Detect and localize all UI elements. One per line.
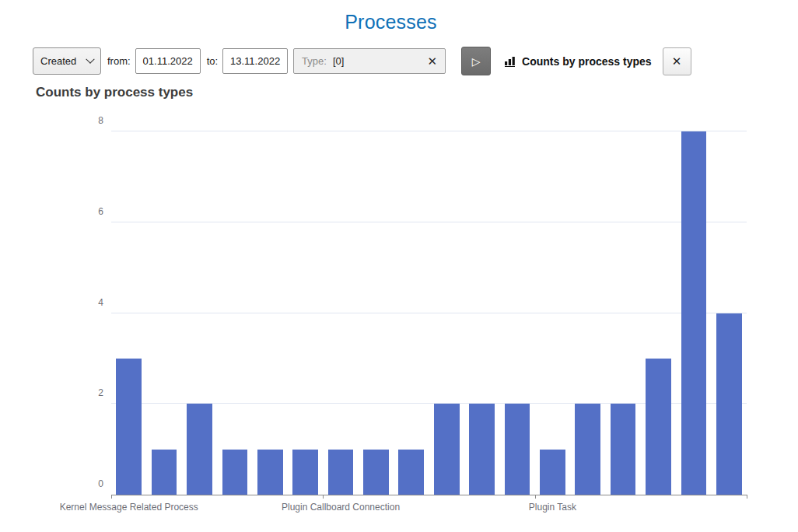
play-icon: ▷ bbox=[472, 55, 481, 68]
gridline bbox=[111, 222, 747, 222]
x-axis-tick-label: Kernel Message Related Process bbox=[60, 502, 198, 513]
to-date-input[interactable] bbox=[222, 48, 288, 74]
gridline bbox=[111, 313, 747, 313]
bar[interactable] bbox=[116, 359, 142, 495]
close-icon: ✕ bbox=[672, 54, 682, 68]
bar[interactable] bbox=[540, 450, 565, 495]
y-axis-tick-label: 6 bbox=[72, 206, 103, 217]
bar[interactable] bbox=[363, 450, 389, 495]
bar-chart-icon bbox=[505, 56, 517, 67]
x-axis-tick-label: Plugin Task bbox=[529, 502, 576, 513]
page-title: Processes bbox=[0, 11, 782, 33]
bar[interactable] bbox=[575, 404, 600, 495]
close-chart-button[interactable]: ✕ bbox=[663, 47, 691, 75]
x-axis-tick bbox=[747, 495, 747, 499]
toolbar: Created from: to: Type: [0] ✕ ▷ Counts b… bbox=[33, 47, 691, 75]
bar[interactable] bbox=[292, 450, 318, 495]
chevron-down-icon bbox=[86, 54, 94, 63]
x-axis-tick bbox=[323, 495, 324, 499]
created-dropdown[interactable]: Created bbox=[33, 47, 101, 75]
type-filter-label: Type: bbox=[302, 55, 327, 67]
bar[interactable] bbox=[716, 313, 742, 495]
bar[interactable] bbox=[469, 404, 495, 495]
bar[interactable] bbox=[328, 450, 354, 495]
gridline bbox=[111, 131, 747, 131]
x-axis-tick bbox=[535, 495, 536, 499]
selected-chart-label: Counts by process types bbox=[522, 55, 652, 68]
bar[interactable] bbox=[187, 404, 212, 495]
bar[interactable] bbox=[505, 404, 530, 495]
bar[interactable] bbox=[398, 450, 424, 495]
selected-chart: Counts by process types bbox=[505, 55, 652, 68]
type-filter-value: [0] bbox=[333, 55, 344, 67]
y-axis-tick-label: 2 bbox=[72, 387, 103, 398]
created-dropdown-value: Created bbox=[40, 55, 87, 67]
bar[interactable] bbox=[257, 450, 283, 495]
bar[interactable] bbox=[646, 359, 671, 495]
from-date-input[interactable] bbox=[135, 48, 201, 74]
y-axis-tick-label: 0 bbox=[72, 478, 103, 489]
bar[interactable] bbox=[681, 131, 707, 495]
to-label: to: bbox=[207, 55, 218, 67]
type-filter-field[interactable]: Type: [0] ✕ bbox=[293, 48, 446, 74]
chart-title: Counts by process types bbox=[36, 85, 193, 100]
from-label: from: bbox=[107, 55, 131, 67]
bar[interactable] bbox=[222, 450, 248, 495]
y-axis-tick-label: 8 bbox=[72, 115, 103, 126]
run-query-button[interactable]: ▷ bbox=[461, 47, 491, 75]
bar[interactable] bbox=[611, 404, 636, 495]
x-axis-tick bbox=[111, 495, 112, 499]
clear-type-icon[interactable]: ✕ bbox=[428, 54, 438, 68]
bar-chart-plot: 02468Kernel Message Related ProcessPlugi… bbox=[111, 131, 747, 495]
x-axis-tick-label: Plugin Callboard Connection bbox=[282, 502, 400, 513]
bar[interactable] bbox=[152, 450, 177, 495]
bar[interactable] bbox=[434, 404, 460, 495]
y-axis-tick-label: 4 bbox=[72, 297, 103, 308]
